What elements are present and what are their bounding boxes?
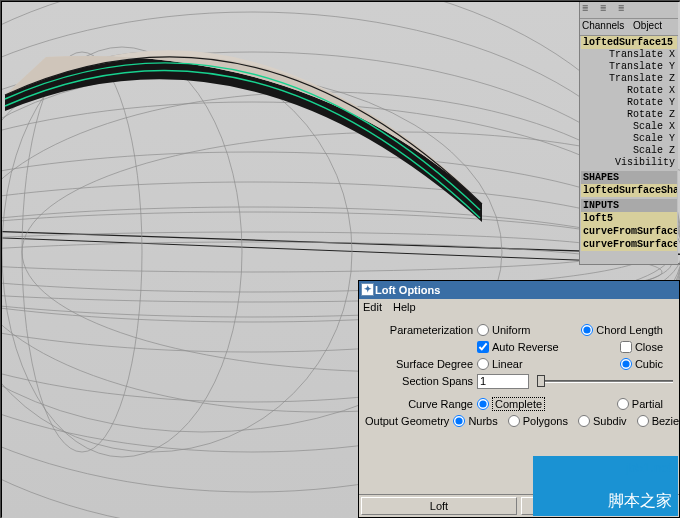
- bezier-radio[interactable]: Bezier: [637, 415, 680, 427]
- channel-box-panel: ≣ ≣ ≣ Channels Object loftedSurface15 Tr…: [579, 2, 678, 265]
- linear-radio[interactable]: Linear: [477, 358, 523, 370]
- surface-degree-label: Surface Degree: [365, 358, 477, 370]
- window-title-text: Loft Options: [375, 284, 440, 296]
- svg-point-7: [2, 232, 622, 272]
- node-name[interactable]: loftedSurface15: [581, 36, 677, 49]
- section-spans-label: Section Spans: [365, 375, 477, 387]
- object-menu[interactable]: Object: [633, 20, 662, 31]
- shapes-header: SHAPES: [581, 171, 677, 184]
- edit-menu[interactable]: Edit: [363, 301, 382, 313]
- complete-radio[interactable]: Complete: [477, 397, 545, 411]
- window-icon: ✦: [361, 283, 374, 296]
- svg-point-10: [2, 47, 242, 457]
- close-checkbox[interactable]: Close: [620, 341, 663, 353]
- section-spans-field[interactable]: [477, 374, 529, 389]
- apply-button[interactable]: Ap: [521, 497, 677, 515]
- channel-box-icon-row: ≣ ≣ ≣: [580, 2, 678, 19]
- auto-reverse-checkbox[interactable]: Auto Reverse: [477, 341, 559, 353]
- input-curve2[interactable]: curveFromSurfaceI: [581, 238, 677, 251]
- channel-box-menubar[interactable]: Channels Object: [580, 19, 678, 36]
- attr-rotate-x[interactable]: Rotate X: [581, 85, 677, 97]
- attr-translate-x[interactable]: Translate X: [581, 49, 677, 61]
- svg-point-11: [22, 52, 142, 452]
- attr-scale-y[interactable]: Scale Y: [581, 133, 677, 145]
- curve-range-label: Curve Range: [365, 398, 477, 410]
- window-menubar[interactable]: Edit Help: [359, 299, 679, 317]
- attr-rotate-y[interactable]: Rotate Y: [581, 97, 677, 109]
- loft-button[interactable]: Loft: [361, 497, 517, 515]
- attr-rotate-z[interactable]: Rotate Z: [581, 109, 677, 121]
- lofted-surface: [5, 50, 482, 222]
- inputs-header: INPUTS: [581, 199, 677, 212]
- subdiv-radio[interactable]: Subdiv: [578, 415, 627, 427]
- attr-translate-z[interactable]: Translate Z: [581, 73, 677, 85]
- output-geometry-label: Output Geometry: [365, 415, 453, 427]
- partial-radio[interactable]: Partial: [617, 398, 663, 410]
- input-loft[interactable]: loft5: [581, 212, 677, 225]
- attr-visibility[interactable]: Visibility: [581, 157, 677, 169]
- attr-translate-y[interactable]: Translate Y: [581, 61, 677, 73]
- parameterization-label: Parameterization: [365, 324, 477, 336]
- input-curve1[interactable]: curveFromSurfaceI: [581, 225, 677, 238]
- window-titlebar[interactable]: ✦ Loft Options: [359, 281, 679, 299]
- channels-menu[interactable]: Channels: [582, 20, 624, 31]
- shape-node[interactable]: loftedSurfaceShap: [581, 184, 677, 197]
- svg-point-9: [2, 52, 352, 452]
- nurbs-radio[interactable]: Nurbs: [453, 415, 497, 427]
- polygons-radio[interactable]: Polygons: [508, 415, 568, 427]
- uniform-radio[interactable]: Uniform: [477, 324, 531, 336]
- attr-scale-x[interactable]: Scale X: [581, 121, 677, 133]
- chord-length-radio[interactable]: Chord Length: [581, 324, 663, 336]
- attr-scale-z[interactable]: Scale Z: [581, 145, 677, 157]
- help-menu[interactable]: Help: [393, 301, 416, 313]
- loft-options-window[interactable]: ✦ Loft Options Edit Help Parameterizatio…: [358, 280, 680, 518]
- section-spans-slider[interactable]: [537, 374, 673, 388]
- cubic-radio[interactable]: Cubic: [620, 358, 663, 370]
